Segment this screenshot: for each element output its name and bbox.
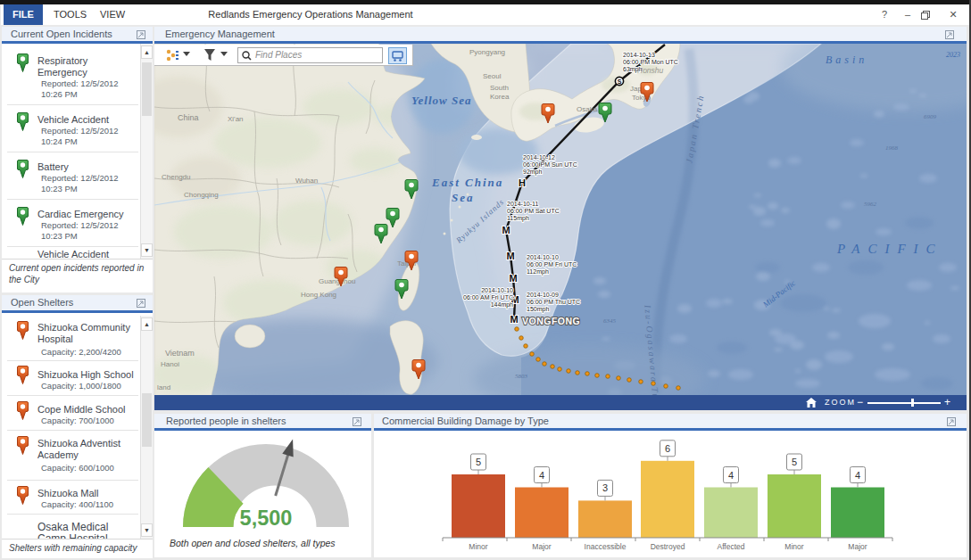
svg-text:2023: 2023 bbox=[946, 51, 960, 59]
svg-text:M: M bbox=[509, 273, 517, 284]
svg-text:land: land bbox=[157, 383, 170, 391]
svg-text:Destroyed: Destroyed bbox=[651, 542, 685, 551]
svg-text:2014-10-10: 2014-10-10 bbox=[481, 287, 513, 293]
svg-text:144mph: 144mph bbox=[491, 301, 513, 309]
svg-text:5803: 5803 bbox=[515, 373, 528, 380]
svg-text:Minor: Minor bbox=[469, 542, 487, 551]
svg-text:2014-10-13: 2014-10-13 bbox=[623, 52, 655, 58]
svg-text:Xi'an: Xi'an bbox=[228, 115, 244, 123]
svg-text:4: 4 bbox=[539, 470, 544, 481]
svg-text:150mph: 150mph bbox=[527, 306, 549, 313]
svg-text:M: M bbox=[502, 225, 510, 235]
svg-text:06:00 PM Fri UTC: 06:00 PM Fri UTC bbox=[527, 261, 577, 268]
svg-text:Affected: Affected bbox=[717, 542, 744, 551]
svg-text:PACIFIC: PACIFIC bbox=[836, 242, 943, 256]
svg-text:Yellow Sea: Yellow Sea bbox=[411, 94, 471, 107]
svg-text:6: 6 bbox=[665, 443, 670, 454]
svg-text:2014-10-09: 2014-10-09 bbox=[527, 292, 559, 298]
svg-text:H: H bbox=[519, 177, 526, 188]
svg-text:Chengdu: Chengdu bbox=[162, 173, 190, 181]
svg-text:5,500: 5,500 bbox=[240, 506, 293, 530]
svg-text:Seoul: Seoul bbox=[483, 72, 502, 80]
svg-text:S: S bbox=[618, 78, 622, 85]
svg-text:6345: 6345 bbox=[603, 317, 617, 325]
svg-text:M: M bbox=[506, 251, 514, 261]
svg-text:Pyongyang: Pyongyang bbox=[469, 48, 505, 56]
svg-text:VONGFONG: VONGFONG bbox=[522, 316, 580, 326]
svg-text:2014-10-11: 2014-10-11 bbox=[507, 201, 538, 207]
svg-text:112mph: 112mph bbox=[527, 268, 549, 276]
svg-text:Basin: Basin bbox=[826, 54, 867, 66]
svg-text:6909: 6909 bbox=[924, 113, 937, 120]
svg-text:Inaccessible: Inaccessible bbox=[585, 542, 627, 551]
svg-text:2014-10-12: 2014-10-12 bbox=[523, 154, 555, 161]
svg-text:06:00 AM Fri UTC: 06:00 AM Fri UTC bbox=[463, 294, 513, 301]
svg-text:Major: Major bbox=[532, 542, 551, 551]
svg-text:Hong Kong: Hong Kong bbox=[301, 291, 336, 299]
svg-text:92mph: 92mph bbox=[523, 169, 543, 176]
svg-text:Honshu: Honshu bbox=[637, 66, 664, 75]
svg-text:Hanoi: Hanoi bbox=[161, 360, 179, 368]
svg-text:06:00 PM Mon UTC: 06:00 PM Mon UTC bbox=[623, 59, 678, 65]
svg-text:06:00 PM Thu UTC: 06:00 PM Thu UTC bbox=[527, 299, 580, 305]
svg-text:5: 5 bbox=[476, 457, 481, 467]
svg-text:China: China bbox=[178, 113, 199, 122]
svg-text:M: M bbox=[510, 314, 518, 325]
svg-text:Minor: Minor bbox=[784, 542, 803, 551]
svg-text:Vietnam: Vietnam bbox=[165, 349, 195, 358]
svg-text:East China: East China bbox=[431, 176, 503, 189]
svg-text:115mph: 115mph bbox=[507, 215, 529, 222]
svg-text:4: 4 bbox=[728, 470, 734, 481]
svg-text:4: 4 bbox=[855, 470, 860, 481]
svg-text:South: South bbox=[490, 84, 509, 92]
svg-text:2014-10-10: 2014-10-10 bbox=[527, 254, 559, 260]
svg-text:06:00 PM Sun UTC: 06:00 PM Sun UTC bbox=[523, 161, 577, 168]
svg-text:Wuhan: Wuhan bbox=[295, 177, 318, 185]
svg-text:Major: Major bbox=[848, 542, 867, 551]
svg-text:Sea: Sea bbox=[452, 191, 475, 204]
svg-text:Chongqing: Chongqing bbox=[184, 191, 219, 199]
svg-text:5: 5 bbox=[792, 457, 797, 467]
svg-text:06:00 PM Sat UTC: 06:00 PM Sat UTC bbox=[507, 208, 560, 214]
svg-text:Korea: Korea bbox=[490, 93, 510, 101]
svg-text:5962: 5962 bbox=[864, 201, 877, 208]
svg-text:Osaka: Osaka bbox=[577, 105, 598, 113]
svg-text:1968: 1968 bbox=[885, 144, 899, 152]
svg-text:3: 3 bbox=[602, 482, 608, 493]
